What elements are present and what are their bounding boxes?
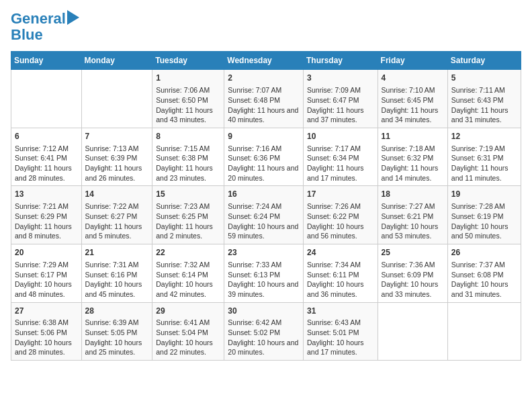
day-number: 28 [85, 306, 149, 317]
day-cell: 27Sunrise: 6:38 AMSunset: 5:06 PMDayligh… [11, 302, 82, 361]
day-info-line: Sunset: 6:43 PM [451, 95, 517, 105]
day-info-line: Sunrise: 7:33 AM [228, 260, 300, 270]
day-info-line: Daylight: 10 hours and 22 minutes. [156, 338, 220, 357]
day-info-line: Daylight: 10 hours and 25 minutes. [85, 338, 149, 357]
day-info-line: Daylight: 10 hours and 45 minutes. [85, 279, 149, 299]
day-info-line: Sunrise: 7:07 AM [228, 85, 300, 95]
day-cell: 19Sunrise: 7:28 AMSunset: 6:19 PMDayligh… [447, 186, 521, 244]
day-number: 13 [15, 189, 78, 200]
day-info-line: Sunrise: 7:15 AM [156, 144, 220, 154]
header-cell-friday: Friday [378, 52, 447, 70]
day-cell: 11Sunrise: 7:18 AMSunset: 6:32 PMDayligh… [378, 128, 447, 186]
day-info-line: Daylight: 10 hours and 53 minutes. [382, 222, 444, 241]
day-info-line: Sunrise: 7:31 AM [85, 260, 149, 270]
day-info-line: Sunset: 6:48 PM [228, 95, 300, 105]
day-cell [447, 302, 521, 361]
day-info-line: Sunset: 6:16 PM [85, 270, 149, 280]
day-info-line: Sunset: 6:50 PM [156, 95, 220, 105]
day-info-line: Sunset: 6:27 PM [85, 212, 149, 222]
header-cell-wednesday: Wednesday [224, 52, 304, 70]
day-info-line: Sunset: 6:22 PM [307, 212, 374, 222]
day-info-line: Daylight: 11 hours and 37 minutes. [307, 105, 374, 125]
day-info-line: Sunset: 6:09 PM [382, 270, 444, 280]
day-number: 15 [156, 189, 220, 200]
day-info-line: Sunset: 5:02 PM [228, 328, 300, 338]
day-cell [378, 302, 447, 361]
day-info-line: Sunrise: 7:23 AM [156, 201, 220, 212]
header-cell-thursday: Thursday [303, 52, 378, 70]
day-cell: 7Sunrise: 7:13 AMSunset: 6:39 PMDaylight… [81, 128, 152, 186]
day-number: 26 [451, 247, 517, 259]
day-info-line: Sunset: 6:39 PM [85, 153, 149, 163]
week-row-1: 6Sunrise: 7:12 AMSunset: 6:41 PMDaylight… [11, 128, 521, 186]
day-number: 30 [228, 306, 300, 317]
day-cell: 9Sunrise: 7:16 AMSunset: 6:36 PMDaylight… [224, 128, 304, 186]
day-info-line: Sunset: 5:06 PM [15, 328, 78, 338]
week-row-0: 1Sunrise: 7:06 AMSunset: 6:50 PMDaylight… [11, 70, 521, 128]
day-info-line: Sunrise: 7:09 AM [307, 85, 374, 95]
day-cell: 4Sunrise: 7:10 AMSunset: 6:45 PMDaylight… [378, 70, 447, 128]
day-cell: 30Sunrise: 6:42 AMSunset: 5:02 PMDayligh… [224, 302, 304, 361]
day-cell [81, 70, 152, 128]
day-info-line: Sunrise: 7:37 AM [451, 260, 517, 270]
day-cell: 5Sunrise: 7:11 AMSunset: 6:43 PMDaylight… [447, 70, 521, 128]
day-info-line: Sunrise: 7:18 AM [382, 144, 444, 154]
day-info-line: Sunset: 6:41 PM [15, 153, 78, 163]
day-info-line: Sunset: 6:14 PM [156, 270, 220, 280]
day-number: 29 [156, 306, 220, 317]
page-header: General Blue [11, 11, 521, 43]
day-number: 16 [228, 189, 300, 200]
day-info-line: Sunrise: 7:16 AM [228, 144, 300, 154]
day-cell: 22Sunrise: 7:32 AMSunset: 6:14 PMDayligh… [152, 244, 224, 303]
calendar-body: 1Sunrise: 7:06 AMSunset: 6:50 PMDaylight… [11, 70, 521, 361]
day-number: 27 [15, 306, 78, 317]
day-info-line: Sunrise: 7:19 AM [451, 144, 517, 154]
day-info-line: Sunrise: 7:21 AM [15, 201, 78, 212]
day-info-line: Sunset: 6:45 PM [382, 95, 444, 105]
day-info-line: Daylight: 10 hours and 31 minutes. [451, 279, 517, 299]
day-info-line: Daylight: 10 hours and 20 minutes. [228, 338, 300, 357]
day-cell: 1Sunrise: 7:06 AMSunset: 6:50 PMDaylight… [152, 70, 224, 128]
day-info-line: Sunrise: 7:34 AM [307, 260, 374, 270]
day-number: 19 [451, 189, 517, 200]
day-info-line: Sunrise: 7:24 AM [228, 201, 300, 212]
day-info-line: Sunrise: 7:28 AM [451, 201, 517, 212]
day-cell: 28Sunrise: 6:39 AMSunset: 5:05 PMDayligh… [81, 302, 152, 361]
logo-text-general: General [11, 11, 66, 27]
day-info-line: Daylight: 10 hours and 42 minutes. [156, 279, 220, 299]
day-info-line: Sunrise: 7:27 AM [382, 201, 444, 212]
day-info-line: Sunset: 6:11 PM [307, 270, 374, 280]
day-info-line: Daylight: 10 hours and 59 minutes. [228, 222, 300, 241]
day-info-line: Sunrise: 7:17 AM [307, 144, 374, 154]
day-info-line: Sunset: 6:08 PM [451, 270, 517, 280]
day-info-line: Daylight: 11 hours and 28 minutes. [15, 163, 78, 183]
day-number: 8 [156, 131, 220, 142]
logo: General Blue [11, 11, 79, 43]
day-cell: 2Sunrise: 7:07 AMSunset: 6:48 PMDaylight… [224, 70, 304, 128]
day-info-line: Sunset: 6:31 PM [451, 153, 517, 163]
day-info-line: Sunrise: 6:41 AM [156, 318, 220, 328]
day-cell: 17Sunrise: 7:26 AMSunset: 6:22 PMDayligh… [303, 186, 378, 244]
day-info-line: Sunset: 6:34 PM [307, 153, 374, 163]
day-cell: 21Sunrise: 7:31 AMSunset: 6:16 PMDayligh… [81, 244, 152, 303]
day-info-line: Sunset: 6:38 PM [156, 153, 220, 163]
day-cell: 23Sunrise: 7:33 AMSunset: 6:13 PMDayligh… [224, 244, 304, 303]
day-info-line: Sunset: 6:21 PM [382, 212, 444, 222]
day-number: 24 [307, 247, 374, 259]
day-cell: 18Sunrise: 7:27 AMSunset: 6:21 PMDayligh… [378, 186, 447, 244]
day-info-line: Daylight: 10 hours and 50 minutes. [451, 222, 517, 241]
day-info-line: Sunrise: 7:22 AM [85, 201, 149, 212]
day-cell [11, 70, 82, 128]
day-info-line: Sunrise: 6:42 AM [228, 318, 300, 328]
week-row-3: 20Sunrise: 7:29 AMSunset: 6:17 PMDayligh… [11, 244, 521, 303]
day-info-line: Daylight: 11 hours and 31 minutes. [451, 105, 517, 125]
day-number: 23 [228, 247, 300, 259]
day-number: 6 [15, 131, 78, 142]
day-info-line: Sunrise: 6:38 AM [15, 318, 78, 328]
day-info-line: Sunset: 6:32 PM [382, 153, 444, 163]
day-info-line: Sunset: 6:13 PM [228, 270, 300, 280]
header-cell-tuesday: Tuesday [152, 52, 224, 70]
day-cell: 3Sunrise: 7:09 AMSunset: 6:47 PMDaylight… [303, 70, 378, 128]
day-info-line: Sunset: 6:36 PM [228, 153, 300, 163]
day-cell: 20Sunrise: 7:29 AMSunset: 6:17 PMDayligh… [11, 244, 82, 303]
